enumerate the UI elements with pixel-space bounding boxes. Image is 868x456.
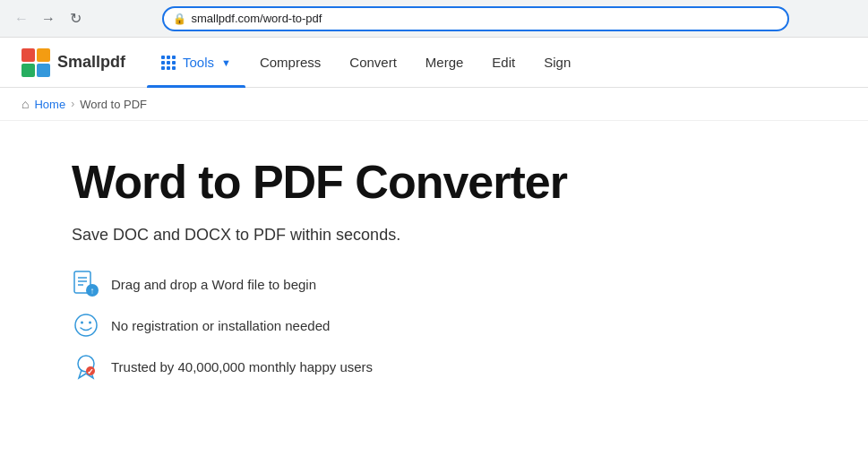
nav-menu: Tools ▼ Compress Convert Merge Edit Sign bbox=[147, 38, 847, 88]
refresh-button[interactable]: ↻ bbox=[64, 8, 86, 30]
feature-drag-drop: ↑ Drag and drop a Word file to begin bbox=[72, 270, 847, 298]
logo-text: Smallpdf bbox=[57, 53, 125, 72]
svg-text:↑: ↑ bbox=[90, 286, 95, 296]
drag-drop-text: Drag and drop a Word file to begin bbox=[111, 277, 316, 292]
features-list: ↑ Drag and drop a Word file to begin No … bbox=[72, 270, 847, 381]
svg-point-12 bbox=[89, 322, 91, 324]
breadcrumb: ⌂ Home › Word to PDF bbox=[0, 88, 868, 121]
forward-button[interactable]: → bbox=[38, 8, 59, 30]
nav-sign[interactable]: Sign bbox=[529, 38, 585, 88]
logo-area[interactable]: Smallpdf bbox=[21, 48, 125, 77]
page-title: Word to PDF Converter bbox=[72, 157, 847, 208]
nav-tools[interactable]: Tools ▼ bbox=[147, 38, 245, 88]
svg-rect-3 bbox=[37, 64, 50, 77]
lock-icon: 🔒 bbox=[173, 13, 186, 25]
url-text: smallpdf.com/word-to-pdf bbox=[192, 12, 778, 25]
browser-nav-buttons: ← → ↻ bbox=[11, 8, 86, 30]
svg-rect-2 bbox=[21, 64, 35, 77]
feature-trusted: ✓ Trusted by 40,000,000 monthly happy us… bbox=[72, 352, 847, 381]
tools-chevron: ▼ bbox=[221, 57, 231, 68]
svg-point-10 bbox=[75, 314, 97, 336]
svg-text:✓: ✓ bbox=[87, 367, 94, 376]
nav-edit[interactable]: Edit bbox=[477, 38, 529, 88]
drag-drop-icon: ↑ bbox=[72, 270, 100, 298]
trusted-icon: ✓ bbox=[72, 352, 100, 381]
address-bar[interactable]: 🔒 smallpdf.com/word-to-pdf bbox=[162, 6, 789, 31]
trusted-text: Trusted by 40,000,000 monthly happy user… bbox=[111, 359, 373, 374]
home-icon: ⌂ bbox=[21, 97, 29, 111]
svg-rect-0 bbox=[21, 48, 35, 62]
no-registration-text: No registration or installation needed bbox=[111, 318, 330, 333]
breadcrumb-home[interactable]: Home bbox=[34, 98, 65, 111]
page-subtitle: Save DOC and DOCX to PDF within seconds. bbox=[72, 226, 847, 245]
browser-chrome: ← → ↻ 🔒 smallpdf.com/word-to-pdf bbox=[0, 0, 868, 38]
grid-icon bbox=[161, 56, 176, 70]
smile-icon bbox=[72, 311, 100, 340]
nav-convert[interactable]: Convert bbox=[335, 38, 411, 88]
site-header: Smallpdf Tools ▼ Compress Convert Merge … bbox=[0, 38, 868, 88]
feature-no-registration: No registration or installation needed bbox=[72, 311, 847, 340]
svg-rect-1 bbox=[37, 48, 50, 62]
breadcrumb-separator: › bbox=[71, 98, 74, 110]
back-button[interactable]: ← bbox=[11, 8, 32, 30]
tools-label: Tools bbox=[183, 55, 214, 70]
nav-compress[interactable]: Compress bbox=[245, 38, 335, 88]
logo-icon bbox=[21, 48, 50, 77]
main-content: Word to PDF Converter Save DOC and DOCX … bbox=[0, 121, 868, 399]
nav-merge[interactable]: Merge bbox=[411, 38, 478, 88]
breadcrumb-current: Word to PDF bbox=[80, 98, 147, 111]
svg-point-11 bbox=[81, 322, 83, 324]
